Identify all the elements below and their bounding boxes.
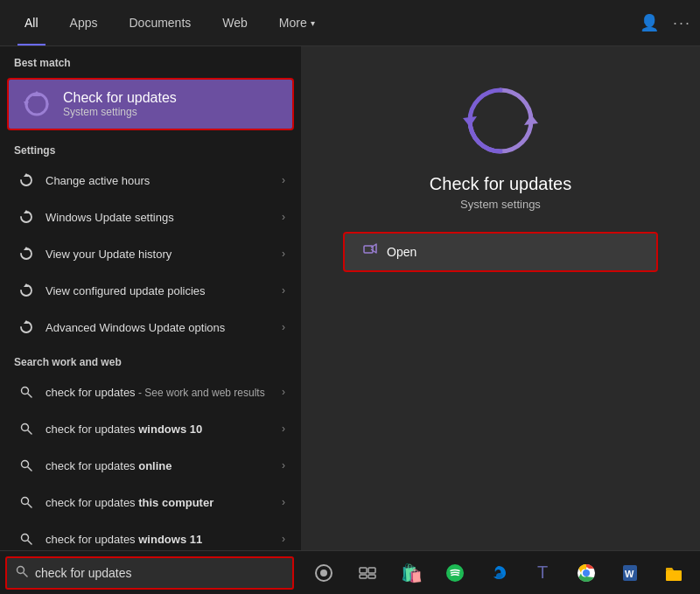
right-panel: Check for updates System settings Open [301, 46, 700, 550]
taskbar-search-box[interactable]: check for updates [5, 556, 294, 590]
search-item-see-results[interactable]: check for updates - See work and web res… [4, 374, 298, 409]
svg-point-15 [22, 535, 29, 542]
best-match-text: Check for updates System settings [63, 90, 177, 118]
settings-item-label: Change active hours [46, 174, 282, 187]
taskbar-store-icon[interactable]: 🛍️ [392, 554, 430, 592]
right-icon-area [461, 81, 540, 160]
tab-all-label: All [24, 16, 38, 30]
svg-line-12 [28, 467, 32, 471]
open-icon [362, 242, 378, 262]
taskbar: check for updates 🛍️ [0, 550, 700, 594]
chevron-right-icon-s2: › [282, 423, 285, 435]
svg-point-13 [22, 498, 29, 505]
settings-label: Settings [0, 134, 301, 162]
svg-text:W: W [625, 569, 634, 579]
best-match-subtitle: System settings [63, 106, 177, 118]
svg-line-8 [28, 394, 32, 397]
settings-item-windows-update[interactable]: Windows Update settings › [4, 199, 298, 234]
tab-web[interactable]: Web [206, 0, 263, 45]
tab-more[interactable]: More ▾ [263, 0, 331, 45]
main-content: Best match Check for updates System sett… [0, 46, 700, 550]
nav-right-icons: 👤 ··· [640, 13, 691, 32]
svg-rect-35 [666, 570, 682, 581]
taskbar-teams-icon[interactable]: T [523, 554, 562, 592]
open-button[interactable]: Open [343, 232, 658, 272]
taskbar-cortana-icon[interactable] [304, 554, 343, 592]
check-for-updates-icon [461, 81, 540, 160]
tab-web-label: Web [222, 16, 248, 30]
search-item-this-computer[interactable]: check for updates this computer › [4, 485, 298, 520]
taskbar-explorer-icon[interactable] [654, 554, 693, 592]
settings-item-label-2: Windows Update settings [46, 211, 282, 224]
tab-documents[interactable]: Documents [113, 0, 206, 45]
right-title: Check for updates [430, 174, 571, 194]
svg-line-14 [28, 504, 32, 507]
search-item-windows10[interactable]: check for updates windows 10 › [4, 411, 298, 446]
svg-point-11 [22, 461, 29, 468]
chevron-right-icon-s3: › [282, 459, 285, 472]
settings-item-advanced-options[interactable]: Advanced Windows Update options › [4, 310, 298, 345]
settings-item-label-3: View your Update history [46, 248, 282, 261]
search-item-text-2: check for updates windows 10 [46, 423, 282, 436]
search-icon-3 [16, 455, 37, 476]
right-subtitle: System settings [460, 198, 541, 211]
settings-item-change-active-hours[interactable]: Change active hours › [4, 163, 298, 198]
tab-all[interactable]: All [9, 0, 54, 45]
search-icon-1 [16, 381, 37, 402]
taskbar-chrome-icon[interactable] [567, 554, 606, 592]
more-options-icon[interactable]: ··· [673, 14, 691, 32]
taskbar-spotify-icon[interactable] [436, 554, 474, 592]
person-icon[interactable]: 👤 [640, 13, 659, 32]
open-label: Open [387, 245, 416, 259]
settings-item-update-policies[interactable]: View configured update policies › [4, 273, 298, 308]
chevron-right-icon-2: › [282, 211, 285, 223]
search-web-label: Search work and web [0, 346, 301, 374]
search-item-text-4: check for updates this computer [46, 496, 282, 509]
svg-point-7 [22, 388, 29, 395]
taskbar-taskview-icon[interactable] [348, 554, 387, 592]
tab-apps-label: Apps [70, 16, 98, 30]
search-icon-4 [16, 492, 37, 513]
search-icon-5 [16, 528, 37, 549]
refresh-icon-small-2 [16, 206, 37, 227]
taskbar-word-icon[interactable]: W [611, 554, 649, 592]
chevron-right-icon: › [282, 174, 285, 186]
taskbar-search-text: check for updates [35, 566, 132, 580]
left-panel: Best match Check for updates System sett… [0, 46, 301, 550]
svg-line-10 [28, 430, 32, 434]
refresh-icon-small [16, 170, 37, 191]
chevron-down-icon: ▾ [311, 18, 315, 28]
svg-rect-26 [360, 568, 367, 573]
svg-line-16 [28, 541, 32, 544]
svg-point-22 [18, 567, 24, 574]
chevron-right-icon-5: › [282, 321, 285, 333]
search-item-text-3: check for updates online [46, 459, 282, 472]
svg-rect-29 [368, 575, 375, 578]
settings-item-update-history[interactable]: View your Update history › [4, 236, 298, 271]
taskbar-edge-icon[interactable] [480, 554, 518, 592]
refresh-icon-small-5 [16, 317, 37, 338]
chevron-right-icon-4: › [282, 284, 285, 297]
tab-more-label: More [279, 16, 307, 30]
best-match-item[interactable]: Check for updates System settings [7, 78, 294, 130]
best-match-title: Check for updates [63, 90, 177, 106]
search-icon-2 [16, 418, 37, 439]
chevron-right-icon-s5: › [282, 533, 285, 545]
taskbar-search-icon [16, 565, 28, 580]
search-item-text-5: check for updates windows 11 [46, 533, 282, 546]
search-item-windows11[interactable]: check for updates windows 11 › [4, 521, 298, 550]
search-item-text-1: check for updates - See work and web res… [46, 386, 282, 399]
search-item-online[interactable]: check for updates online › [4, 448, 298, 483]
svg-rect-27 [368, 568, 375, 573]
chevron-right-icon-s1: › [282, 386, 285, 398]
tab-apps[interactable]: Apps [54, 0, 114, 45]
refresh-icon-large [21, 88, 52, 120]
chevron-right-icon-3: › [282, 248, 285, 260]
svg-point-25 [320, 570, 327, 577]
settings-item-label-4: View configured update policies [46, 284, 282, 297]
chevron-right-icon-s4: › [282, 496, 285, 508]
taskbar-icons: 🛍️ T [304, 554, 693, 592]
svg-rect-28 [360, 575, 367, 578]
svg-point-32 [583, 570, 590, 577]
refresh-icon-small-3 [16, 243, 37, 264]
